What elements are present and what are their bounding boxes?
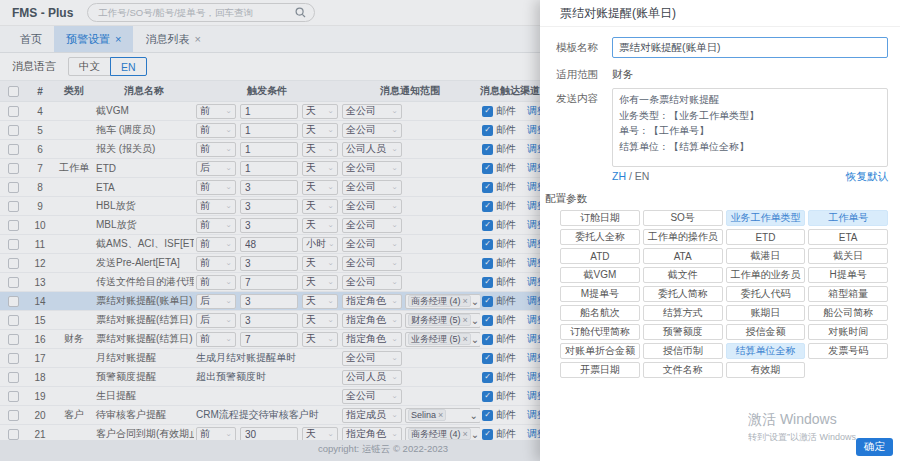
watermark-line2: 转到“设置”以激活 Windows。 (748, 431, 865, 444)
main-page: FMS - Plus 首页预警设置×消息列表× 消息语言 中文EN (0, 0, 540, 461)
drawer-mask[interactable] (0, 0, 540, 461)
param-结算方式[interactable]: 结算方式 (643, 305, 723, 321)
param-委托人简称[interactable]: 委托人简称 (643, 286, 723, 302)
param-业务工作单类型[interactable]: 业务工作单类型 (726, 210, 806, 226)
template-edit-drawer: 票结对账提醒(账单日) 模板名称 适用范围 财务 发送内容 你有一条票结对账提醒… (540, 0, 900, 461)
param-结算单位全称[interactable]: 结算单位全称 (726, 343, 806, 359)
param-有效期[interactable]: 有效期 (726, 362, 806, 378)
param-ATA[interactable]: ATA (643, 248, 723, 264)
param-授信币制[interactable]: 授信币制 (643, 343, 723, 359)
template-name-input[interactable] (612, 37, 888, 58)
param-开票日期[interactable]: 开票日期 (560, 362, 640, 378)
apply-scope-value: 财务 (612, 64, 633, 82)
confirm-button[interactable]: 确定 (856, 438, 893, 456)
app: FMS - Plus 首页预警设置×消息列表× 消息语言 中文EN (0, 0, 900, 461)
param-预警额度[interactable]: 预警额度 (643, 324, 723, 340)
param-ETD[interactable]: ETD (726, 229, 806, 245)
param-截港日[interactable]: 截港日 (726, 248, 806, 264)
param-ATD[interactable]: ATD (560, 248, 640, 264)
content-toolbar: ZH / EN 恢复默认 (612, 170, 888, 184)
param-截VGM[interactable]: 截VGM (560, 267, 640, 283)
param-对账单折合金额[interactable]: 对账单折合金额 (560, 343, 640, 359)
param-H提单号[interactable]: H提单号 (808, 267, 888, 283)
param-委托人代码[interactable]: 委托人代码 (726, 286, 806, 302)
param-箱型箱量[interactable]: 箱型箱量 (808, 286, 888, 302)
content-language-switch: ZH / EN (612, 170, 649, 184)
drawer-title: 票结对账提醒(账单日) (540, 0, 900, 27)
drawer-form: 模板名称 适用范围 财务 发送内容 你有一条票结对账提醒 业务类型：【业务工作单… (540, 27, 900, 167)
windows-watermark: 激活 Windows 转到“设置”以激活 Windows。 (748, 411, 865, 444)
param-账期日[interactable]: 账期日 (726, 305, 806, 321)
apply-scope-label: 适用范围 (556, 64, 612, 82)
restore-default-link[interactable]: 恢复默认 (846, 170, 888, 184)
params-section-label: 配置参数 (545, 192, 900, 206)
params-grid: 订舱日期SO号业务工作单类型工作单号委托人全称工作单的操作员ETDETAATDA… (560, 210, 888, 378)
param-ETA[interactable]: ETA (808, 229, 888, 245)
lang-zh-link[interactable]: ZH (612, 170, 626, 182)
template-name-label: 模板名称 (556, 37, 612, 55)
param-M提单号[interactable]: M提单号 (560, 286, 640, 302)
watermark-line1: 激活 Windows (748, 411, 865, 429)
param-截文件[interactable]: 截文件 (643, 267, 723, 283)
param-船公司简称[interactable]: 船公司简称 (808, 305, 888, 321)
param-船名航次[interactable]: 船名航次 (560, 305, 640, 321)
param-工作单的操作员[interactable]: 工作单的操作员 (643, 229, 723, 245)
param-授信金额[interactable]: 授信金额 (726, 324, 806, 340)
content-textarea[interactable]: 你有一条票结对账提醒 业务类型：【业务工作单类型】 单号：【工作单号】 结算单位… (612, 88, 888, 167)
param-SO号[interactable]: SO号 (643, 210, 723, 226)
param-发票号码[interactable]: 发票号码 (808, 343, 888, 359)
param-工作单的业务员[interactable]: 工作单的业务员 (726, 267, 806, 283)
param-文件名称[interactable]: 文件名称 (643, 362, 723, 378)
param-订舱日期[interactable]: 订舱日期 (560, 210, 640, 226)
param-委托人全称[interactable]: 委托人全称 (560, 229, 640, 245)
param-截关日[interactable]: 截关日 (808, 248, 888, 264)
param-对账时间[interactable]: 对账时间 (808, 324, 888, 340)
lang-en-link[interactable]: EN (635, 170, 650, 182)
param-工作单号[interactable]: 工作单号 (808, 210, 888, 226)
param-订舱代理简称[interactable]: 订舱代理简称 (560, 324, 640, 340)
content-label: 发送内容 (556, 88, 612, 106)
